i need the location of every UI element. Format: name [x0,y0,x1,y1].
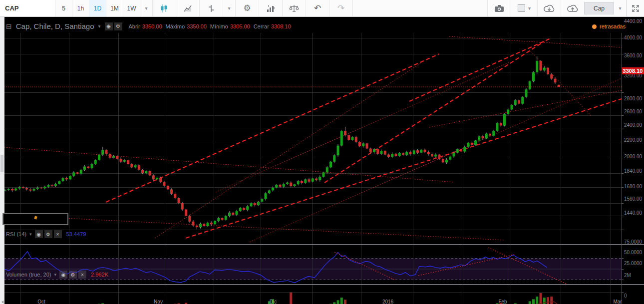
delayed-data-badge: retrasadas [592,23,626,29]
volume-legend: Volumen (true, 20) ▾ ◉ ⚙ × 2.962K [6,271,108,279]
rsi-value: 53.4479 [66,231,86,237]
volume-tick-2: 2M [624,273,631,278]
interval-button-1W[interactable]: 1W [123,0,140,16]
close-label: Cerrar [254,23,269,29]
price-tick-4400: 4400.00 [624,19,642,24]
price-tick-2000: 2000.00 [624,154,642,159]
series-settings-button[interactable]: ⚙ [114,22,122,30]
rsi-tick-50: 50.0000 [624,250,642,255]
price-tick-1560: 1560.00 [624,197,642,202]
volume-ma-line [5,302,560,304]
chart-name-text: Cap [594,5,605,12]
ohlc-readout: Abrir3350.00Máximo3350.00Mínimo3305.00Ce… [129,23,295,29]
source-toggle-button[interactable]: ◉ [105,22,113,30]
interval-button-1M[interactable]: 1M [106,0,123,16]
volume-layer [4,293,560,304]
rsi-label: RSI (14) [6,231,26,237]
price-tick-2400: 2400.00 [624,123,642,128]
high-label: Máximo [166,23,185,29]
volume-source-button[interactable]: ◉ [59,271,67,279]
close-value: 3308.10 [271,23,291,29]
chart-area[interactable] [0,16,644,304]
drawing-toolbar-collapsed[interactable] [0,16,4,304]
interval-button-1h[interactable]: 1h [72,0,89,16]
rsi-tick-75: 75.0000 [624,240,642,245]
chart-name-caret[interactable]: ▾ [614,0,627,16]
spark-icon [34,216,37,219]
layout-caret-icon: ▾ [528,5,531,11]
chevron-left-icon [1,301,3,304]
indicators-icon [266,4,276,13]
price-tick-1840: 1840.00 [624,169,642,174]
symbol-input[interactable]: CAP [0,0,55,16]
time-label-Oct: Oct [37,300,45,304]
redo-button[interactable]: ↷ [329,0,353,16]
toolbar-expand-handle[interactable] [0,155,3,172]
top-toolbar: CAP 51h1D1M1W ▾ ▾ ⚙ ↶ ↷ ▾ Cap ▾ [0,0,644,17]
trendlines[interactable] [4,36,622,242]
volume-value: 2.962K [91,272,108,278]
bar-style-button[interactable] [200,0,223,16]
cloud-download-icon [544,4,555,12]
price-tick-2200: 2200.00 [624,138,642,143]
series-title: Cap, Chile, D, Santiago [16,22,94,30]
cloud-upload-icon [567,4,578,12]
price-tick-2800: 2800.00 [624,96,642,101]
ohlc-bars-icon [207,4,215,13]
indicators-button[interactable] [259,0,283,16]
candlestick-icon [160,4,169,13]
layout-button[interactable]: ▾ [511,0,538,16]
fullscreen-icon [632,4,640,12]
delayed-dot-icon [592,24,597,29]
rsi-settings-button[interactable]: ⚙ [44,230,52,238]
rsi-source-button[interactable]: ◉ [35,230,43,238]
time-label-2016: 2016 [382,300,393,304]
rsi-close-button[interactable]: × [54,230,62,238]
price-tick-1680: 1680.00 [624,184,642,189]
rsi-menu-caret[interactable]: ▾ [29,232,32,237]
load-chart-button[interactable] [538,0,561,16]
interval-button-group: 51h1D1M1W [55,0,140,16]
open-value: 3350.00 [142,23,162,29]
time-label-Mar: Mar [613,300,622,304]
chart-canvas[interactable] [0,16,644,304]
fullscreen-button[interactable] [627,0,644,16]
low-label: Mínimo [210,23,228,29]
delayed-text: retrasadas [600,23,626,29]
volume-settings-button[interactable]: ⚙ [69,271,77,279]
interval-button-1D[interactable]: 1D [89,0,106,16]
rsi-tick-25: 25.0000 [624,261,642,266]
chart-settings-button[interactable]: ⚙ [236,0,259,16]
high-value: 3350.00 [187,23,207,29]
compare-scales-button[interactable] [283,0,306,16]
series-menu-caret[interactable]: ▾ [98,23,101,29]
toolbar-spacer [353,0,487,16]
chart-name-chip[interactable]: Cap [584,2,614,14]
volume-tick-0: 0 [624,294,627,299]
rsi-legend: RSI (14) ▾ ◉ ⚙ × 53.4479 [6,230,86,238]
scales-icon [289,4,299,13]
snapshot-button[interactable] [487,0,511,16]
candlestick-style-button[interactable] [153,0,176,16]
price-tick-2600: 2600.00 [624,109,642,114]
undo-button[interactable]: ↶ [306,0,329,16]
open-label: Abrir [129,23,140,29]
save-chart-button[interactable] [561,0,584,16]
interval-button-5[interactable]: 5 [55,0,72,16]
symbol-text: CAP [5,4,18,12]
price-tick-4000: 4000.00 [624,35,642,40]
main-series-legend: ⊟ Cap, Chile, D, Santiago ▾ ◉ ⚙ Abrir335… [6,22,295,30]
volume-close-button[interactable]: × [78,271,86,279]
line-chart-icon [183,4,192,13]
interval-dropdown-caret[interactable]: ▾ [140,0,153,16]
style-dropdown-caret[interactable]: ▾ [223,0,236,16]
candles-layer [4,56,560,229]
line-style-button[interactable] [176,0,200,16]
price-tick-1440: 1440.00 [624,211,642,216]
last-price-badge: 3308.10 [622,67,644,74]
floating-note-box[interactable] [2,213,68,225]
volume-menu-caret[interactable]: ▾ [54,272,57,277]
time-label-Nov: Nov [154,300,163,304]
price-tick-3600: 3600.00 [624,53,642,58]
collapse-pane-icon[interactable]: ⊟ [6,22,12,30]
